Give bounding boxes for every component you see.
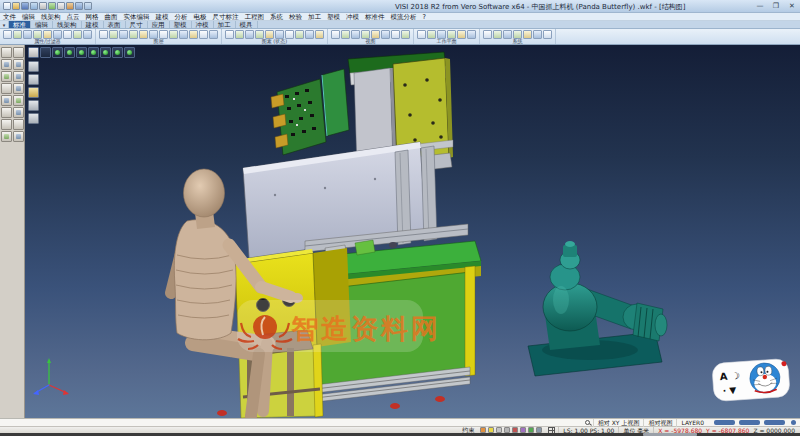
side-tool-icon[interactable] — [28, 100, 39, 111]
ribbon-icon[interactable] — [467, 30, 476, 39]
toolbar-tab[interactable]: 编辑 — [31, 21, 53, 28]
ribbon-icon[interactable] — [13, 30, 22, 39]
ribbon-icon[interactable] — [169, 30, 178, 39]
new-file-icon[interactable] — [3, 2, 11, 10]
ribbon-icon[interactable] — [391, 30, 400, 39]
visibility-filter-icon[interactable] — [52, 47, 63, 58]
qat-icon[interactable] — [66, 2, 74, 10]
tab-overflow-button[interactable]: ▾ — [0, 21, 9, 28]
menu-item[interactable]: 尺寸标注 — [210, 13, 242, 21]
view-swatch-button[interactable] — [714, 420, 735, 425]
ribbon-icon[interactable] — [315, 30, 324, 39]
toolbar-tab[interactable]: 表面 — [104, 21, 126, 28]
save-icon[interactable] — [21, 2, 29, 10]
toolbar-tab[interactable]: 模具 — [236, 21, 258, 28]
ribbon-icon[interactable] — [351, 30, 360, 39]
ribbon-icon[interactable] — [331, 30, 340, 39]
ribbon-icon[interactable] — [523, 30, 532, 39]
ribbon-icon[interactable] — [129, 30, 138, 39]
qat-icon[interactable] — [48, 2, 56, 10]
left-toolbar-icon[interactable] — [13, 47, 24, 58]
view-swatch-button[interactable] — [764, 420, 785, 425]
left-toolbar-icon[interactable] — [1, 59, 12, 70]
menu-item[interactable]: 工程图 — [242, 13, 268, 21]
visibility-filter-icon[interactable] — [112, 47, 123, 58]
ribbon-icon[interactable] — [139, 30, 148, 39]
ribbon-icon[interactable] — [493, 30, 502, 39]
left-toolbar-icon[interactable] — [1, 119, 12, 130]
left-toolbar-icon[interactable] — [1, 71, 12, 82]
zoom-lens-icon[interactable] — [585, 420, 590, 425]
menu-item[interactable]: 建模 — [153, 13, 172, 21]
ribbon-icon[interactable] — [209, 30, 218, 39]
ribbon-icon[interactable] — [63, 30, 72, 39]
qat-icon[interactable] — [30, 2, 38, 10]
side-tool-icon[interactable] — [28, 61, 39, 72]
ribbon-icon[interactable] — [83, 30, 92, 39]
left-toolbar-icon[interactable] — [13, 119, 24, 130]
qat-icon[interactable] — [84, 2, 92, 10]
menu-item[interactable]: 加工 — [305, 13, 324, 21]
menu-item[interactable]: 塑模 — [324, 13, 343, 21]
ribbon-icon[interactable] — [23, 30, 32, 39]
ribbon-icon[interactable] — [225, 30, 234, 39]
ribbon-icon[interactable] — [401, 30, 410, 39]
menu-item[interactable]: 编辑 — [19, 13, 38, 21]
toolbar-tab[interactable]: 塑模 — [170, 21, 192, 28]
undo-icon[interactable] — [75, 2, 83, 10]
menu-item[interactable]: 系统 — [267, 13, 286, 21]
toolbar-tab[interactable]: 线架构 — [53, 21, 82, 28]
left-toolbar-icon[interactable] — [13, 107, 24, 118]
menu-item[interactable]: 曲面 — [102, 13, 121, 21]
print-icon[interactable] — [39, 2, 47, 10]
open-file-icon[interactable] — [12, 2, 20, 10]
ribbon-icon[interactable] — [417, 30, 426, 39]
ribbon-icon[interactable] — [99, 30, 108, 39]
menu-item[interactable]: 文件 — [0, 13, 19, 21]
toolbar-tab[interactable]: 建模 — [82, 21, 104, 28]
left-toolbar-icon[interactable] — [13, 131, 24, 142]
visibility-filter-icon[interactable] — [64, 47, 75, 58]
left-toolbar-icon[interactable] — [1, 83, 12, 94]
left-toolbar-icon[interactable] — [13, 71, 24, 82]
ribbon-icon[interactable] — [305, 30, 314, 39]
side-tool-icon[interactable] — [28, 113, 39, 124]
relative-view-button[interactable]: 相对视图 — [643, 419, 676, 427]
ribbon-icon[interactable] — [457, 30, 466, 39]
view-swatch-button[interactable] — [739, 420, 760, 425]
visibility-filter-icon[interactable] — [124, 47, 135, 58]
ribbon-icon[interactable] — [483, 30, 492, 39]
minimize-button[interactable]: — — [752, 0, 768, 12]
menu-item[interactable]: 标准件 — [362, 13, 388, 21]
view-xy-button[interactable]: 相对 XY 上视图 — [593, 419, 644, 427]
ribbon-icon[interactable] — [235, 30, 244, 39]
left-toolbar-icon[interactable] — [1, 131, 12, 142]
toolbar-tab[interactable]: 标准 — [9, 21, 31, 28]
visibility-filter-icon[interactable] — [88, 47, 99, 58]
menu-item[interactable]: 线架构 — [38, 13, 64, 21]
ribbon-icon[interactable] — [73, 30, 82, 39]
ribbon-icon[interactable] — [109, 30, 118, 39]
menu-item[interactable]: 校验 — [286, 13, 305, 21]
ribbon-icon[interactable] — [427, 30, 436, 39]
ribbon-icon[interactable] — [341, 30, 350, 39]
view-dot-button[interactable] — [791, 420, 796, 425]
ribbon-icon[interactable] — [381, 30, 390, 39]
toolbar-tab[interactable]: 尺寸 — [126, 21, 148, 28]
3d-viewport[interactable]: 智造资料网 A ☽ · ▼ — [25, 45, 800, 418]
left-toolbar-icon[interactable] — [13, 83, 24, 94]
ribbon-icon[interactable] — [503, 30, 512, 39]
ribbon-icon[interactable] — [543, 30, 552, 39]
qat-icon[interactable] — [57, 2, 65, 10]
side-tool-icon[interactable] — [28, 74, 39, 85]
close-button[interactable]: ✕ — [784, 0, 800, 12]
cad-scene[interactable]: 智造资料网 A ☽ · ▼ — [25, 45, 800, 418]
visibility-filter-icon[interactable] — [28, 47, 39, 58]
toolbar-tab[interactable]: 冲模 — [192, 21, 214, 28]
toolbar-tab[interactable]: 应用 — [148, 21, 170, 28]
left-toolbar-icon[interactable] — [1, 47, 12, 58]
ribbon-icon[interactable] — [179, 30, 188, 39]
side-tool-icon[interactable] — [28, 87, 39, 98]
left-toolbar-icon[interactable] — [13, 59, 24, 70]
visibility-filter-icon[interactable] — [40, 47, 51, 58]
